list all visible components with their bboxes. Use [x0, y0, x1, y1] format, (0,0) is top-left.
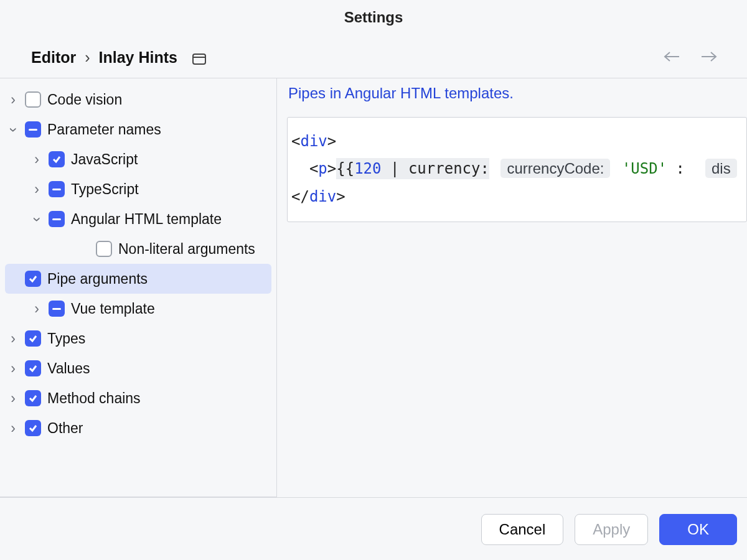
code-tag: div	[300, 133, 327, 150]
code-text: :	[667, 160, 685, 177]
chevron-right-icon: ›	[31, 181, 42, 198]
inlay-hint: currencyCode:	[500, 159, 610, 178]
checkbox-indeterminate[interactable]	[49, 181, 65, 197]
tree-label: Other	[47, 420, 83, 437]
code-text: | currency:	[382, 160, 489, 177]
tree-label: TypeScript	[71, 181, 139, 198]
tree-item-values[interactable]: › Values	[0, 353, 276, 383]
tree-item-vue-template[interactable]: › Vue template	[24, 294, 276, 324]
nav-back-button[interactable]	[662, 50, 681, 65]
breadcrumb: Editor › Inlay Hints	[31, 49, 206, 67]
tree-item-pipe-arguments[interactable]: Pipe arguments	[5, 264, 271, 294]
tree-label: Angular HTML template	[71, 211, 222, 228]
chevron-right-icon: ›	[7, 390, 19, 407]
checkbox-indeterminate[interactable]	[49, 301, 65, 317]
code-preview: <div> <p>{{120 | currency: currencyCode:…	[287, 117, 747, 222]
tree-item-method-chains[interactable]: › Method chains	[0, 383, 276, 413]
tree-label: Code vision	[47, 91, 122, 108]
chevron-down-icon: ›	[29, 213, 45, 225]
ok-button[interactable]: OK	[659, 514, 737, 545]
code-number: 120	[354, 160, 381, 177]
tree-item-non-literal-arguments[interactable]: Non-literal arguments	[71, 234, 276, 264]
tree-item-parameter-names[interactable]: › Parameter names	[0, 114, 276, 144]
tree-label: Values	[47, 360, 90, 377]
checkbox-unchecked[interactable]	[96, 241, 112, 257]
chevron-right-icon: ›	[7, 330, 19, 347]
separate-window-icon[interactable]	[192, 54, 206, 65]
checkbox-unchecked[interactable]	[25, 91, 41, 108]
tree-label: Types	[47, 330, 85, 347]
dialog-title: Settings	[12, 9, 735, 26]
tree-label: Parameter names	[47, 121, 161, 138]
tree-item-other[interactable]: › Other	[0, 413, 276, 443]
settings-tree: › Code vision › Parameter names › JavaSc…	[0, 78, 277, 497]
checkbox-checked[interactable]	[49, 151, 65, 167]
tree-label: JavaScript	[71, 151, 138, 168]
chevron-right-icon: ›	[31, 301, 42, 317]
checkbox-checked[interactable]	[25, 271, 41, 287]
chevron-down-icon: ›	[5, 124, 22, 135]
apply-button[interactable]: Apply	[575, 514, 648, 545]
chevron-right-icon: ›	[7, 91, 19, 108]
tree-label: Pipe arguments	[47, 271, 148, 287]
inlay-hint: dis	[705, 159, 737, 178]
chevron-right-icon: ›	[7, 360, 19, 377]
tree-label: Vue template	[71, 301, 155, 317]
chevron-right-icon: ›	[85, 49, 90, 67]
checkbox-indeterminate[interactable]	[25, 121, 41, 138]
setting-description: Pipes in Angular HTML templates.	[288, 85, 747, 102]
code-tag: p	[318, 160, 327, 177]
checkbox-indeterminate[interactable]	[49, 211, 65, 227]
checkbox-checked[interactable]	[25, 390, 41, 406]
tree-item-types[interactable]: › Types	[0, 324, 276, 353]
code-string: 'USD'	[622, 160, 667, 177]
tree-label: Non-literal arguments	[118, 241, 255, 258]
checkbox-checked[interactable]	[25, 330, 41, 347]
tree-item-angular-html-template[interactable]: › Angular HTML template	[24, 204, 276, 234]
tree-item-javascript[interactable]: › JavaScript	[24, 144, 276, 174]
breadcrumb-root[interactable]: Editor	[31, 49, 76, 67]
checkbox-checked[interactable]	[25, 420, 41, 436]
chevron-right-icon: ›	[7, 420, 19, 437]
nav-forward-button[interactable]	[700, 50, 718, 65]
chevron-right-icon: ›	[31, 151, 42, 168]
cancel-button[interactable]: Cancel	[481, 514, 564, 545]
tree-item-typescript[interactable]: › TypeScript	[24, 174, 276, 204]
code-tag: div	[309, 188, 336, 205]
tree-item-code-vision[interactable]: › Code vision	[0, 85, 276, 114]
checkbox-checked[interactable]	[25, 360, 41, 376]
tree-label: Method chains	[47, 390, 141, 407]
breadcrumb-current: Inlay Hints	[99, 49, 177, 67]
